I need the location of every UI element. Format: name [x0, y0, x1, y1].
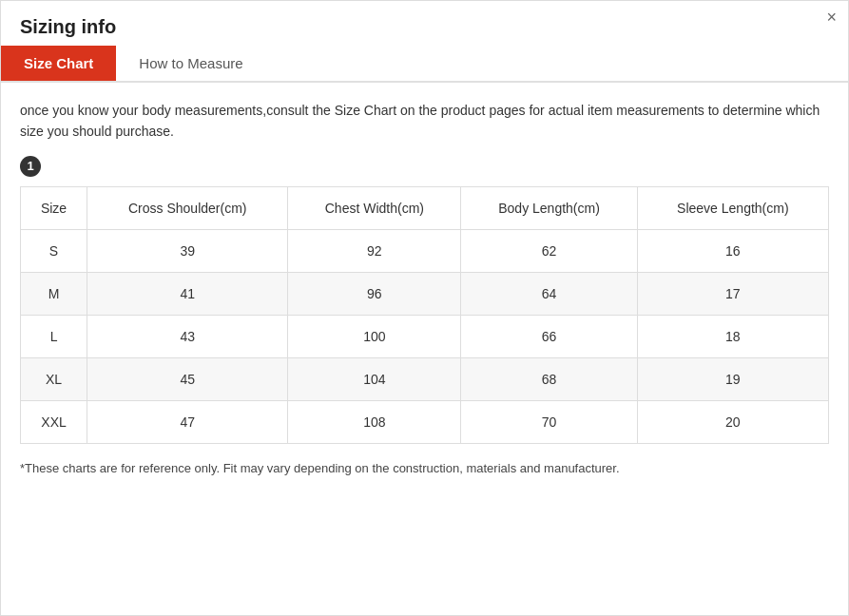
table-cell-4-4: 20 — [637, 400, 828, 443]
table-cell-3-0: XL — [21, 357, 87, 400]
table-cell-1-3: 64 — [461, 272, 637, 315]
modal-title: Sizing info — [1, 1, 848, 46]
table-cell-0-2: 92 — [288, 229, 461, 272]
table-cell-2-0: L — [21, 315, 87, 357]
table-cell-3-4: 19 — [637, 357, 828, 400]
table-header-row: Size Cross Shoulder(cm) Chest Width(cm) … — [21, 186, 829, 229]
table-cell-0-4: 16 — [637, 229, 828, 272]
table-row: XL451046819 — [21, 357, 829, 400]
table-cell-1-2: 96 — [288, 272, 461, 315]
tabs-bar: Size Chart How to Measure — [1, 46, 848, 83]
col-header-size: Size — [21, 186, 87, 229]
col-header-cross-shoulder: Cross Shoulder(cm) — [87, 186, 288, 229]
table-row: L431006618 — [21, 315, 829, 357]
tab-how-to-measure[interactable]: How to Measure — [116, 46, 265, 81]
disclaimer-text: *These charts are for reference only. Fi… — [20, 459, 829, 478]
table-cell-0-1: 39 — [87, 229, 288, 272]
step-badge: 1 — [20, 156, 41, 177]
table-row: XXL471087020 — [21, 400, 829, 443]
sizing-info-modal: × Sizing info Size Chart How to Measure … — [0, 0, 849, 616]
col-header-sleeve-length: Sleeve Length(cm) — [637, 186, 828, 229]
close-button[interactable]: × — [826, 9, 837, 26]
table-cell-2-1: 43 — [87, 315, 288, 357]
intro-text: once you know your body measurements,con… — [20, 100, 829, 143]
size-table: Size Cross Shoulder(cm) Chest Width(cm) … — [20, 186, 829, 444]
tab-size-chart[interactable]: Size Chart — [1, 46, 116, 81]
table-cell-1-1: 41 — [87, 272, 288, 315]
table-cell-1-4: 17 — [637, 272, 828, 315]
table-row: S39926216 — [21, 229, 829, 272]
table-cell-3-1: 45 — [87, 357, 288, 400]
tab-content: once you know your body measurements,con… — [1, 83, 848, 496]
table-cell-2-2: 100 — [288, 315, 461, 357]
table-cell-1-0: M — [21, 272, 87, 315]
table-cell-4-3: 70 — [461, 400, 637, 443]
table-cell-0-0: S — [21, 229, 87, 272]
col-header-body-length: Body Length(cm) — [461, 186, 637, 229]
col-header-chest-width: Chest Width(cm) — [288, 186, 461, 229]
table-cell-0-3: 62 — [461, 229, 637, 272]
table-cell-2-4: 18 — [637, 315, 828, 357]
table-row: M41966417 — [21, 272, 829, 315]
table-cell-4-0: XXL — [21, 400, 87, 443]
table-cell-3-2: 104 — [288, 357, 461, 400]
table-cell-2-3: 66 — [461, 315, 637, 357]
table-cell-4-2: 108 — [288, 400, 461, 443]
table-cell-3-3: 68 — [461, 357, 637, 400]
table-cell-4-1: 47 — [87, 400, 288, 443]
